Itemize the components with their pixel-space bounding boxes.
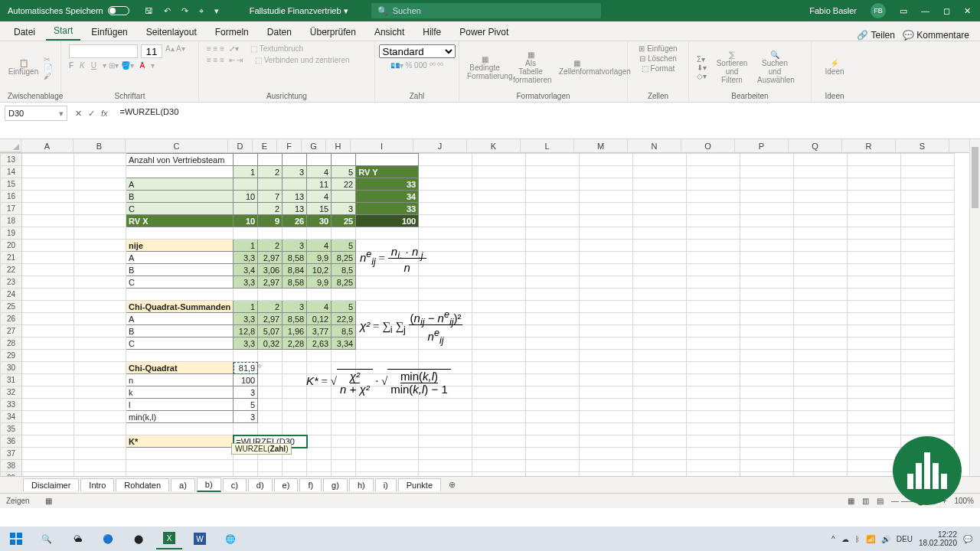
format-cells-button[interactable]: ⬚ Format xyxy=(642,64,675,73)
cell[interactable]: Anzahl von Vertriebsteam xyxy=(126,154,234,166)
tab-ansicht[interactable]: Ansicht xyxy=(367,24,412,41)
number-format-select[interactable]: Standard xyxy=(379,44,456,58)
select-all-button[interactable] xyxy=(0,139,21,152)
close-icon[interactable]: ✕ xyxy=(964,6,971,16)
col-head[interactable]: M xyxy=(574,139,628,152)
tray-onedrive-icon[interactable]: ☁ xyxy=(841,535,849,543)
col-head[interactable]: O xyxy=(681,139,735,152)
share-button[interactable]: 🔗 Teilen xyxy=(857,30,894,41)
col-head[interactable]: Q xyxy=(789,139,842,152)
more-icon[interactable]: ▾ xyxy=(214,6,219,16)
start-button[interactable] xyxy=(3,528,29,549)
tray-volume-icon[interactable]: 🔊 xyxy=(881,535,890,543)
sheet-tab[interactable]: h) xyxy=(349,478,374,491)
col-head[interactable]: B xyxy=(74,139,126,152)
view-layout-icon[interactable]: ▥ xyxy=(862,497,869,505)
font-size-input[interactable] xyxy=(141,44,162,58)
search-input[interactable]: 🔍 Suchen xyxy=(371,3,601,18)
col-head[interactable]: J xyxy=(413,139,467,152)
sheet-tab-active[interactable]: b) xyxy=(197,478,221,492)
autosave-toggle[interactable]: Automatisches Speichern xyxy=(0,6,137,15)
col-head[interactable]: H xyxy=(326,139,351,152)
col-head[interactable]: G xyxy=(302,139,326,152)
macro-icon[interactable]: ▦ xyxy=(45,497,52,505)
edge-icon[interactable]: 🌐 xyxy=(217,528,243,549)
col-head[interactable]: P xyxy=(735,139,789,152)
paste-button[interactable]: 📋Einfügen xyxy=(8,59,39,76)
toggle-switch[interactable] xyxy=(108,6,129,15)
col-head[interactable]: I xyxy=(351,139,413,152)
cells[interactable]: 13Anzahl von Vertriebsteam 1412345RV Y 1… xyxy=(0,153,955,476)
col-head[interactable]: E xyxy=(253,139,277,152)
minimize-icon[interactable]: — xyxy=(921,6,929,15)
obs-icon[interactable]: ⬤ xyxy=(126,528,152,549)
tray-wifi-icon[interactable]: 📶 xyxy=(866,535,875,543)
excel-icon[interactable]: X xyxy=(156,528,182,549)
tray-clock[interactable]: 12:2218.02.2020 xyxy=(919,530,957,547)
view-normal-icon[interactable]: ▦ xyxy=(848,497,854,505)
tray-chevron-icon[interactable]: ^ xyxy=(831,535,835,543)
col-head[interactable]: N xyxy=(628,139,681,152)
tab-start[interactable]: Start xyxy=(46,22,80,41)
undo-icon[interactable]: ↶ xyxy=(164,6,171,16)
sheet-tab[interactable]: Intro xyxy=(80,478,114,491)
vertical-scrollbar[interactable] xyxy=(969,139,980,476)
col-head[interactable]: C xyxy=(126,139,228,152)
name-box[interactable]: D30▾ xyxy=(5,106,67,121)
font-name-input[interactable] xyxy=(69,44,138,58)
tab-ueberpruefen[interactable]: Überprüfen xyxy=(302,24,364,41)
col-head[interactable]: D xyxy=(228,139,253,152)
col-head[interactable]: R xyxy=(842,139,896,152)
word-icon[interactable]: W xyxy=(187,528,213,549)
sheet-tab[interactable]: d) xyxy=(248,478,273,491)
tab-einfuegen[interactable]: Einfügen xyxy=(83,24,135,41)
save-icon[interactable]: 🖫 xyxy=(145,6,153,15)
touch-icon[interactable]: ⌖ xyxy=(199,6,204,16)
sheet-tab[interactable]: Punkte xyxy=(398,478,441,491)
col-head[interactable]: L xyxy=(521,139,574,152)
sheet-tab[interactable]: a) xyxy=(171,478,195,491)
tab-datei[interactable]: Datei xyxy=(6,24,43,41)
sheet-tab[interactable]: e) xyxy=(274,478,299,491)
view-break-icon[interactable]: ▤ xyxy=(877,497,884,505)
cancel-icon[interactable]: ✕ xyxy=(75,109,82,119)
as-table-button[interactable]: ▦Als Tabelle formatieren xyxy=(513,51,548,84)
sheet-tab[interactable]: f) xyxy=(299,478,322,491)
wrap-button[interactable]: ⬚ Textumbruch xyxy=(250,44,303,53)
tab-formeln[interactable]: Formeln xyxy=(207,24,256,41)
sheet-tab[interactable]: g) xyxy=(323,478,348,491)
ideas-button[interactable]: ⚡Ideen xyxy=(819,59,850,76)
col-head[interactable]: S xyxy=(896,139,949,152)
tray-bluetooth-icon[interactable]: ᛒ xyxy=(855,535,860,543)
redo-icon[interactable]: ↷ xyxy=(181,6,188,16)
sheet-tab[interactable]: i) xyxy=(375,478,397,491)
formula-input[interactable]: =WURZEL(D30 xyxy=(116,106,980,136)
fx-icon[interactable]: fx xyxy=(101,109,108,118)
app-icon[interactable]: 🌥 xyxy=(64,528,90,549)
sort-filter-button[interactable]: ⅀Sortieren und Filtern xyxy=(714,51,750,84)
comments-button[interactable]: 💬 Kommentare xyxy=(903,30,969,41)
document-name[interactable]: Fallstudie Finanzvertrieb ▾ xyxy=(250,6,348,16)
cell-styles-button[interactable]: ▦Zellenformatvorlagen xyxy=(559,59,594,76)
add-sheet-button[interactable]: ⊕ xyxy=(443,478,462,491)
zoom-level[interactable]: 100% xyxy=(954,497,974,505)
merge-button[interactable]: ⬚ Verbinden und zentrieren xyxy=(255,56,350,64)
worksheet-grid[interactable]: A B C D E F G H I J K L M N O P Q R S 13… xyxy=(0,139,980,476)
tab-daten[interactable]: Daten xyxy=(260,24,299,41)
col-head[interactable]: K xyxy=(467,139,521,152)
find-select-button[interactable]: 🔍Suchen und Auswählen xyxy=(757,51,792,84)
col-head[interactable]: A xyxy=(21,139,74,152)
ribbon-mode-icon[interactable]: ▭ xyxy=(900,6,907,16)
tab-powerpivot[interactable]: Power Pivot xyxy=(452,24,516,41)
user-name[interactable]: Fabio Basler xyxy=(809,6,857,15)
sheet-tab[interactable]: c) xyxy=(223,478,247,491)
sheet-tab[interactable]: Disclaimer xyxy=(23,478,79,491)
maximize-icon[interactable]: ◻ xyxy=(943,6,950,16)
column-headers[interactable]: A B C D E F G H I J K L M N O P Q R S xyxy=(0,139,980,153)
col-head[interactable]: F xyxy=(277,139,302,152)
tray-lang[interactable]: DEU xyxy=(897,535,913,543)
chrome-icon[interactable]: 🔵 xyxy=(95,528,121,549)
delete-cells-button[interactable]: ⊟ Löschen xyxy=(639,54,677,63)
cond-format-button[interactable]: ▦Bedingte Formatierung xyxy=(467,55,502,80)
insert-cells-button[interactable]: ⊞ Einfügen xyxy=(639,44,677,53)
